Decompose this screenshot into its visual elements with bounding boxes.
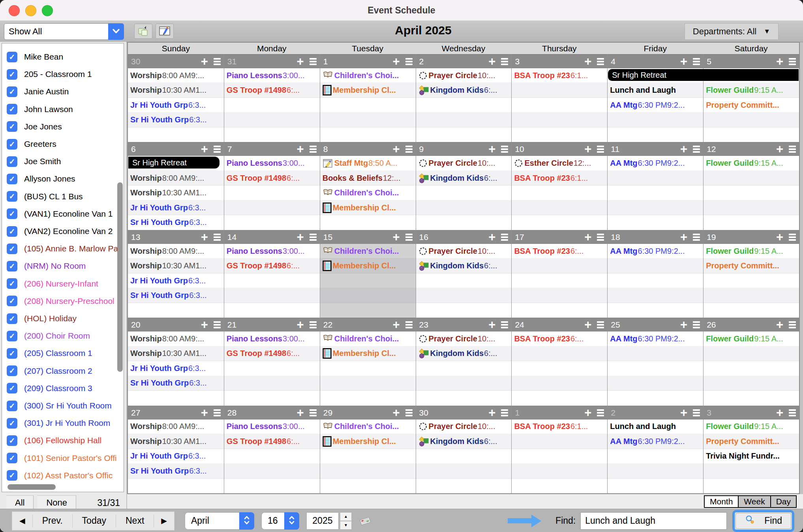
day-menu-button[interactable] bbox=[310, 58, 317, 65]
event[interactable]: Kingdom Kids6:... bbox=[418, 85, 497, 96]
event[interactable]: AA Mtg6:30 PM9:2... bbox=[610, 247, 685, 256]
add-event-button[interactable]: + bbox=[584, 232, 591, 242]
day-cell[interactable]: 3+BSA Troop #236:1... bbox=[511, 54, 607, 142]
day-menu-button[interactable] bbox=[597, 321, 604, 328]
checkbox-checked[interactable]: ✓ bbox=[7, 244, 17, 254]
event[interactable]: Piano Lessons3:00... bbox=[227, 422, 305, 431]
event[interactable]: Children's Choi... bbox=[323, 334, 399, 343]
day-menu-button[interactable] bbox=[693, 234, 700, 241]
event[interactable]: Worship8:00 AM9:... bbox=[130, 422, 204, 431]
day-menu-button[interactable] bbox=[789, 146, 796, 153]
checkbox-checked[interactable]: ✓ bbox=[7, 174, 17, 184]
day-cell[interactable]: 15+Children's Choi...Membership Cl... bbox=[320, 230, 416, 318]
checkbox-checked[interactable]: ✓ bbox=[7, 296, 17, 306]
checkbox-checked[interactable]: ✓ bbox=[7, 226, 17, 237]
sidebar-item[interactable]: ✓Joe Smith bbox=[7, 154, 117, 169]
zoom-window-button[interactable] bbox=[42, 5, 53, 16]
day-cell[interactable]: 25+AA Mtg6:30 PM9:2... bbox=[607, 318, 703, 405]
add-event-button[interactable]: + bbox=[297, 320, 304, 330]
date-stamp-icon[interactable] bbox=[358, 516, 372, 526]
add-event-button[interactable]: + bbox=[488, 232, 495, 242]
checkbox-checked[interactable]: ✓ bbox=[7, 331, 17, 341]
far-prev-button[interactable]: ◀ bbox=[12, 514, 32, 528]
event[interactable]: Prayer Circle10:... bbox=[418, 247, 495, 256]
event[interactable]: Books & Beliefs12:... bbox=[323, 174, 401, 183]
add-event-button[interactable]: + bbox=[201, 144, 208, 154]
event[interactable]: Jr Hi Youth Grp6:3... bbox=[130, 203, 206, 212]
day-cell[interactable]: 19+Flower Guild9:15 A...Property Committ… bbox=[703, 230, 799, 318]
checkbox-checked[interactable]: ✓ bbox=[7, 470, 17, 481]
day-cell[interactable]: 3+Flower Guild9:15 A...Property Committ.… bbox=[703, 406, 799, 493]
checkbox-checked[interactable]: ✓ bbox=[7, 86, 17, 97]
year-up-button[interactable]: ▲ bbox=[340, 512, 352, 521]
event[interactable]: Membership Cl... bbox=[323, 85, 396, 96]
checkbox-checked[interactable]: ✓ bbox=[7, 313, 17, 324]
sidebar-item[interactable]: ✓(VAN1) Econoline Van 1 bbox=[7, 207, 117, 221]
event[interactable]: Flower Guild9:15 A... bbox=[706, 86, 783, 95]
add-event-button[interactable]: + bbox=[201, 320, 208, 330]
add-event-button[interactable]: + bbox=[392, 56, 400, 67]
sidebar-item[interactable]: ✓(206) Nursery-Infant bbox=[7, 277, 117, 291]
find-input[interactable]: Lunch and Laugh bbox=[580, 512, 727, 530]
event[interactable]: Flower Guild9:15 A... bbox=[706, 422, 783, 431]
day-cell[interactable]: 23+Prayer Circle10:...Kingdom Kids6:... bbox=[416, 318, 512, 405]
event[interactable]: Piano Lessons3:00... bbox=[227, 159, 305, 168]
event[interactable]: BSA Troop #236:1... bbox=[514, 174, 588, 183]
multiday-event-banner[interactable]: Sr High Retreat bbox=[128, 157, 220, 169]
add-event-button[interactable]: + bbox=[776, 56, 783, 67]
day-cell[interactable]: 28+Piano Lessons3:00...GS Troop #14986:.… bbox=[224, 406, 320, 493]
vertical-scrollbar-thumb[interactable] bbox=[117, 182, 123, 372]
event[interactable]: Jr Hi Youth Grp6:3... bbox=[130, 364, 206, 373]
day-cell[interactable]: 2+Prayer Circle10:...Kingdom Kids6:... bbox=[416, 54, 512, 142]
add-event-button[interactable]: + bbox=[297, 232, 304, 242]
day-cell[interactable]: 13+Worship8:00 AM9:...Worship10:30 AM1..… bbox=[128, 230, 224, 318]
day-menu-button[interactable] bbox=[214, 146, 221, 153]
day-cell[interactable]: 30+Worship8:00 AM9:...Worship10:30 AM1..… bbox=[128, 54, 224, 142]
sidebar-item[interactable]: ✓Janie Austin bbox=[7, 84, 117, 99]
departments-dropdown[interactable]: Departments: All ▼ bbox=[685, 23, 779, 40]
day-menu-button[interactable] bbox=[501, 58, 508, 65]
day-cell[interactable]: 31+Piano Lessons3:00...GS Troop #14986:.… bbox=[224, 54, 320, 142]
day-menu-button[interactable] bbox=[789, 58, 796, 65]
event[interactable]: Worship8:00 AM9:... bbox=[130, 247, 204, 256]
today-button[interactable]: Today bbox=[72, 514, 116, 528]
add-event-button[interactable]: + bbox=[201, 56, 208, 67]
sidebar-item[interactable]: ✓(106) Fellowship Hall bbox=[7, 433, 117, 448]
event[interactable]: Prayer Circle10:... bbox=[418, 334, 495, 343]
event[interactable]: Sr Hi Youth Grp6:3... bbox=[130, 115, 207, 124]
year-down-button[interactable]: ▼ bbox=[340, 521, 352, 530]
day-menu-button[interactable] bbox=[405, 234, 413, 241]
next-button[interactable]: Next bbox=[116, 514, 154, 528]
day-menu-button[interactable] bbox=[405, 409, 413, 416]
day-cell[interactable]: 9+Prayer Circle10:...Kingdom Kids6:... bbox=[416, 142, 512, 230]
event[interactable]: AA Mtg6:30 PM9:2... bbox=[610, 159, 685, 168]
day-menu-button[interactable] bbox=[214, 234, 221, 241]
event[interactable]: Property Committ... bbox=[706, 261, 779, 270]
sidebar-item[interactable]: ✓John Lawson bbox=[7, 102, 117, 116]
sidebar-item[interactable]: ✓(207) Classroom 2 bbox=[7, 364, 117, 378]
add-event-button[interactable]: + bbox=[201, 232, 208, 242]
event[interactable]: AA Mtg6:30 PM9:2... bbox=[610, 334, 685, 343]
day-menu-button[interactable] bbox=[405, 146, 413, 153]
add-event-button[interactable]: + bbox=[488, 408, 495, 418]
day-cell[interactable]: 20+Worship8:00 AM9:...Worship10:30 AM1..… bbox=[128, 318, 224, 405]
day-menu-button[interactable] bbox=[789, 234, 796, 241]
checkbox-checked[interactable]: ✓ bbox=[7, 156, 17, 167]
checkbox-checked[interactable]: ✓ bbox=[7, 453, 17, 463]
add-event-button[interactable]: + bbox=[297, 408, 304, 418]
day-cell[interactable]: 10+Esther Circle12:...BSA Troop #236:1..… bbox=[511, 142, 607, 230]
sidebar-item[interactable]: ✓(301) Jr Hi Youth Room bbox=[7, 416, 117, 430]
day-stepper[interactable] bbox=[284, 512, 299, 530]
event[interactable]: Worship10:30 AM1... bbox=[130, 349, 206, 358]
event[interactable]: GS Troop #14986:... bbox=[227, 86, 300, 95]
day-cell[interactable]: 4+Sr High RetreatLunch and LaughAA Mtg6:… bbox=[607, 54, 703, 142]
sidebar-item[interactable]: ✓(208) Nursery-Preschool bbox=[7, 294, 117, 308]
event[interactable]: Worship10:30 AM1... bbox=[130, 188, 206, 197]
day-menu-button[interactable] bbox=[310, 409, 317, 416]
sidebar-item[interactable]: ✓Joe Jones bbox=[7, 120, 117, 134]
event[interactable]: GS Troop #14986:... bbox=[227, 437, 300, 446]
day-cell[interactable]: 6+Sr High RetreatWorship8:00 AM9:...Wors… bbox=[128, 142, 224, 230]
day-menu-button[interactable] bbox=[405, 58, 413, 65]
event[interactable]: AA Mtg6:30 PM9:2... bbox=[610, 101, 685, 110]
day-menu-button[interactable] bbox=[310, 234, 317, 241]
